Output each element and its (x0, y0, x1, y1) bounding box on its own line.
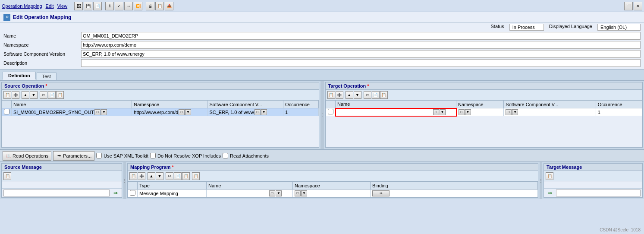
tab-test[interactable]: Test (37, 73, 57, 80)
src-swcv-dropdown[interactable]: ▼ (261, 109, 267, 115)
tgt-name-input[interactable] (338, 110, 433, 115)
src-row-checkbox[interactable] (4, 109, 9, 114)
tb-icon-7[interactable]: 📤 (165, 2, 173, 10)
mp-binding-btn[interactable]: ⇒ (372, 190, 390, 196)
source-msg-input[interactable] (3, 190, 110, 196)
sap-xml-checkbox[interactable] (96, 153, 102, 158)
sap-xml-label: Use SAP XML Toolkit (104, 153, 148, 158)
mapping-prog-toolbar: 📋 ➕ ▲ ▼ ✂ 📄 📋 📋 (128, 171, 538, 181)
src-row-ns: http://www.erp.com/d □ ▼ (132, 108, 207, 116)
src-up-icon[interactable]: ▲ (22, 91, 29, 99)
tb-icon-maximize[interactable]: ⬜ (624, 2, 633, 10)
target-msg-arrow[interactable]: ⇒ (546, 190, 554, 196)
tgt-name-btn[interactable]: □ (433, 109, 439, 115)
tgt-add-icon[interactable]: ➕ (336, 91, 343, 99)
tgt-col-swcv: Software Component V... (504, 101, 596, 108)
menu-bar: Operation Mapping Edit View 🖼 💾 📄 ℹ ✓ ↔ … (0, 0, 644, 12)
menu-operation-mapping[interactable]: Operation Mapping (2, 3, 42, 9)
src-cut-icon[interactable]: ✂ (40, 91, 47, 99)
mp-ns-btn[interactable]: □ (295, 190, 301, 196)
mp-down-icon[interactable]: ▼ (156, 172, 163, 180)
mp-cut-icon[interactable]: ✂ (166, 172, 173, 180)
mp-paste-icon[interactable]: 📋 (182, 172, 190, 180)
desc-input[interactable] (81, 59, 641, 67)
tgt-copy-icon[interactable]: 📄 (372, 91, 380, 99)
swcv-input[interactable] (81, 50, 641, 58)
src-name-dropdown[interactable]: ▼ (101, 109, 107, 115)
tgt-row-occ: 1 (596, 108, 642, 116)
tb-icon-save[interactable]: 💾 (84, 2, 92, 10)
page-title: Edit Operation Mapping (13, 14, 71, 20)
read-attach-label: Read Attachments (230, 153, 269, 158)
tgt-swcv-dropdown[interactable]: ▼ (512, 109, 518, 115)
tgt-ns-dropdown[interactable]: ▼ (465, 109, 471, 115)
tgt-insert-row-icon[interactable]: 📋 (327, 91, 335, 99)
tb-icon-check[interactable]: ✓ (115, 2, 123, 10)
tgt-swcv-btn[interactable]: □ (506, 109, 512, 115)
tgt-paste-icon[interactable]: 📋 (380, 91, 388, 99)
tab-definition[interactable]: Definition (3, 72, 36, 80)
menu-view[interactable]: View (57, 3, 68, 9)
mp-add-icon[interactable]: ➕ (138, 172, 145, 180)
source-msg-arrow[interactable]: ⇒ (111, 190, 120, 196)
target-msg-bottom: ⇒ (544, 188, 642, 197)
target-op-table-area: Name Namespace Software Component V... O… (326, 100, 643, 147)
tgt-row-name[interactable]: □ ▼ (336, 108, 456, 116)
left-divider[interactable]: ⋮ (123, 162, 126, 199)
mp-col-sel (128, 182, 138, 190)
tgt-cut-icon[interactable]: ✂ (364, 91, 371, 99)
mp-copy-icon[interactable]: 📄 (174, 172, 182, 180)
target-op-table: Name Namespace Software Component V... O… (326, 100, 643, 117)
tgt-down-icon[interactable]: ▼ (354, 91, 361, 99)
read-operations-button[interactable]: 📖 Read Operations (3, 151, 51, 161)
mp-insert-icon[interactable]: 📋 (129, 172, 137, 180)
mp-extra-icon[interactable]: 📋 (192, 172, 200, 180)
src-insert-row-icon[interactable]: 📋 (3, 91, 11, 99)
mapping-prog-row[interactable]: Message Mapping □ ▼ □ (128, 190, 538, 197)
src-paste-icon[interactable]: 📋 (56, 91, 64, 99)
src-down-icon[interactable]: ▼ (30, 91, 38, 99)
tgt-ns-btn[interactable]: □ (459, 109, 465, 115)
tb-icon-5[interactable]: 🔀 (134, 2, 142, 10)
mapping-prog-table-area: Type Name Namespace Binding Message Mapp… (128, 181, 538, 197)
target-msg-input[interactable] (556, 190, 641, 196)
parameters-button[interactable]: ➡ Parameters... (53, 151, 94, 161)
mp-name-dropdown[interactable]: ▼ (276, 190, 282, 196)
src-add-icon[interactable]: ➕ (12, 91, 19, 99)
tb-icon-print[interactable]: 🖨 (146, 2, 154, 10)
namespace-input[interactable] (81, 41, 641, 49)
mp-up-icon[interactable]: ▲ (148, 172, 155, 180)
right-divider[interactable]: ⋮ (540, 162, 542, 199)
tb-icon-1[interactable]: 🖼 (74, 2, 83, 10)
target-op-row[interactable]: □ ▼ □ ▼ (326, 108, 642, 116)
tgt-name-dropdown[interactable]: ▼ (440, 109, 446, 115)
src-swcv-btn[interactable]: □ (254, 109, 261, 115)
src-ns-btn[interactable]: □ (179, 109, 185, 115)
op-divider[interactable]: ⋮ (320, 81, 324, 149)
mp-name-input[interactable] (208, 191, 269, 196)
mp-col-binding: Binding (371, 182, 538, 190)
src-name-btn[interactable]: □ (94, 109, 101, 115)
mp-ns-dropdown[interactable]: ▼ (301, 190, 307, 196)
tb-icon-close[interactable]: ✕ (634, 2, 642, 10)
tb-icon-3[interactable]: 📄 (93, 2, 102, 10)
tb-icon-6[interactable]: 📋 (155, 2, 164, 10)
toolbar-right: ⬜ ✕ (624, 2, 642, 10)
tgt-up-icon[interactable]: ▲ (346, 91, 353, 99)
source-op-row[interactable]: SI_MM001_DEMO2ERP_SYNC_OUT □ ▼ http://ww… (2, 108, 319, 116)
tgt-row-checkbox[interactable] (328, 109, 333, 114)
tb-icon-info[interactable]: ℹ (105, 2, 114, 10)
tgt-msg-add-icon[interactable]: 📋 (546, 172, 553, 180)
name-row: Name (3, 32, 641, 40)
src-msg-add-icon[interactable]: 📋 (3, 172, 11, 180)
menu-edit[interactable]: Edit (46, 3, 54, 9)
src-ns-dropdown[interactable]: ▼ (185, 109, 191, 115)
no-resolve-checkbox[interactable] (150, 153, 156, 158)
read-attach-checkbox[interactable] (223, 153, 228, 158)
mp-row-checkbox[interactable] (130, 190, 135, 196)
name-input[interactable] (81, 32, 641, 40)
namespace-label: Namespace (3, 42, 81, 47)
tb-icon-transfer[interactable]: ↔ (124, 2, 133, 10)
mp-name-btn[interactable]: □ (269, 190, 275, 196)
src-copy-icon[interactable]: 📄 (48, 91, 56, 99)
